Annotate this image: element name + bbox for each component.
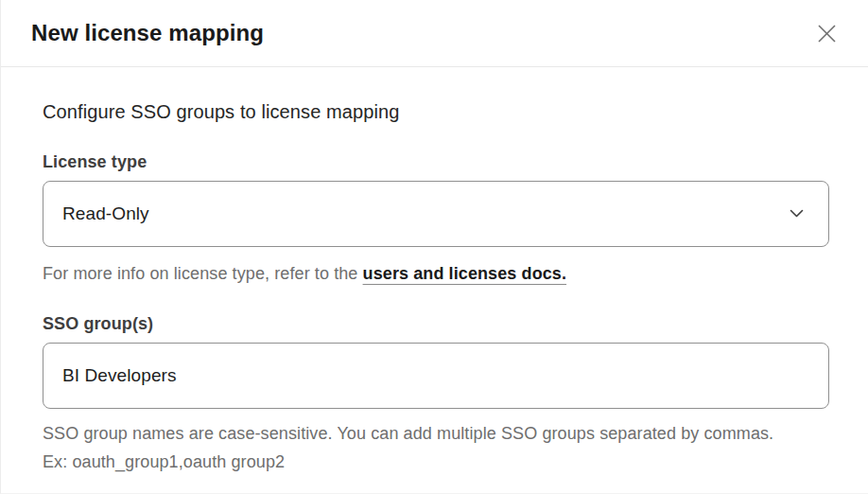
sso-groups-help-text: SSO group names are case-sensitive. You …: [43, 419, 791, 476]
sso-groups-field-wrapper: [43, 343, 829, 409]
modal-title: New license mapping: [31, 20, 264, 46]
sso-groups-label: SSO group(s): [43, 314, 829, 334]
license-type-help-plain: For more info on license type, refer to …: [43, 264, 363, 283]
users-and-licenses-docs-link[interactable]: users and licenses docs.: [363, 264, 567, 283]
modal-header: New license mapping: [1, 0, 868, 67]
new-license-mapping-modal: New license mapping Configure SSO groups…: [1, 0, 868, 493]
license-type-label: License type: [43, 152, 829, 172]
close-button[interactable]: [813, 20, 840, 46]
license-type-selected-value: Read-Only: [43, 203, 149, 224]
license-type-select[interactable]: Read-Only: [43, 181, 829, 247]
chevron-down-icon: [790, 209, 804, 219]
sso-groups-input[interactable]: [43, 344, 828, 408]
modal-body: Configure SSO groups to license mapping …: [1, 67, 868, 493]
close-icon: [816, 23, 838, 44]
license-type-help-text: For more info on license type, refer to …: [43, 259, 829, 288]
form-heading: Configure SSO groups to license mapping: [43, 101, 829, 123]
